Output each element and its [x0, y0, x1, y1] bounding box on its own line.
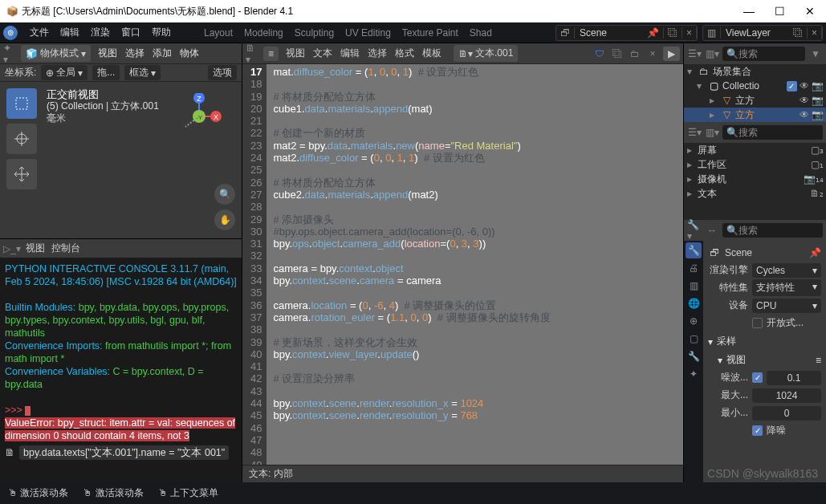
pin-icon[interactable]: 📌: [643, 27, 664, 39]
text-toggle[interactable]: ≡: [263, 47, 279, 61]
vp-menu-选择[interactable]: 选择: [121, 45, 149, 62]
window-minimize-icon[interactable]: —: [739, 5, 759, 18]
viewlayer-selector[interactable]: ▥ ViewLayer ⿻ ×: [702, 25, 823, 41]
properties-tabs[interactable]: 🔧 🖨 ▥ 🌐 ⊕ ▢ 🔧 ✦: [684, 241, 703, 482]
tab-scene: 🌐: [686, 295, 702, 311]
viewport-panel[interactable]: ▾ 视图≡: [708, 351, 821, 369]
text-file-icon[interactable]: 🗎: [5, 446, 15, 459]
pin-icon[interactable]: 📌: [809, 247, 821, 258]
close-icon[interactable]: ×: [645, 47, 660, 61]
pan-icon[interactable]: ✋: [214, 209, 235, 230]
tab-Modeling[interactable]: Modeling: [244, 27, 283, 39]
device-selector[interactable]: CPU▾: [752, 299, 821, 313]
svg-text:-Y: -Y: [196, 114, 203, 121]
con-menu-视图[interactable]: 视图: [26, 242, 45, 255]
outliner-header: ☰▾ ▥▾ 🔍 搜索 ▼: [684, 43, 826, 64]
properties-search[interactable]: 🔍 搜索: [722, 223, 823, 238]
view-title: 正交前视图: [47, 88, 159, 100]
menu-文件[interactable]: 文件: [24, 23, 55, 42]
sampling-panel[interactable]: ▾ 采样: [708, 332, 821, 351]
shield-icon[interactable]: 🛡: [592, 47, 607, 61]
menu-渲染[interactable]: 渲染: [85, 23, 116, 42]
editor-type-icon[interactable]: ▷_▾: [5, 242, 19, 256]
select-tool[interactable]: [6, 88, 37, 119]
te-menu-编辑[interactable]: 编辑: [336, 45, 364, 62]
menu-编辑[interactable]: 编辑: [55, 23, 85, 42]
min-samples[interactable]: 0: [752, 406, 821, 421]
menu-窗口[interactable]: 窗口: [116, 23, 146, 42]
orientation-selector[interactable]: ⊕ 全局 ▾: [41, 65, 87, 80]
options-selector[interactable]: 选项: [208, 65, 237, 80]
render-properties: 🗗Scene📌 渲染引擎Cycles▾ 特性集支持特性▾ 设备CPU▾ 开放式.…: [703, 241, 826, 482]
noise-value[interactable]: 0.1: [767, 371, 821, 385]
te-menu-选择[interactable]: 选择: [364, 45, 391, 62]
feature-set-selector[interactable]: 支持特性▾: [752, 279, 821, 296]
text-editor-header: 🗎 ▾ ≡ 视图文本编辑选择格式模板 🗎▾ 文本.001 🛡 ⿻ 🗀 × ▶: [242, 43, 683, 64]
tab-viewlayer: ▥: [686, 278, 702, 294]
close-icon[interactable]: ×: [682, 27, 697, 39]
editor-type-icon[interactable]: ☰▾: [687, 125, 702, 140]
text-datablock[interactable]: 🗎▾ 文本.001: [454, 45, 518, 62]
console-error: ValueError: bpy_struct: item.attr = val:…: [5, 417, 235, 441]
copy-icon[interactable]: ⿻: [789, 27, 808, 39]
con-menu-控制台[interactable]: 控制台: [51, 242, 80, 255]
outliner-search[interactable]: 🔍 搜索: [722, 47, 805, 61]
svg-text:Z: Z: [197, 95, 201, 103]
svg-point-13: [195, 129, 203, 137]
menu-帮助[interactable]: 帮助: [146, 23, 177, 42]
outliner-tree[interactable]: ▾🗀场景集合 ▾▢Collectio✓👁 📷 ▸▽立方👁 📷 ▸▽立方👁 📷: [684, 64, 826, 122]
te-menu-模板[interactable]: 模板: [418, 45, 446, 62]
python-console[interactable]: PYTHON INTERACTIVE CONSOLE 3.11.7 (main,…: [0, 258, 242, 482]
text-editor-area[interactable]: 1718192021222324252627282930313233343536…: [242, 64, 683, 465]
tab-Sculpting[interactable]: Sculpting: [295, 27, 334, 39]
mode-selector[interactable]: 🧊 物体模式 ▾: [21, 45, 91, 62]
vp-menu-添加[interactable]: 添加: [149, 45, 176, 62]
display-mode-icon[interactable]: ▥▾: [705, 47, 719, 61]
window-maximize-icon[interactable]: ☐: [770, 5, 789, 18]
editor-type-icon[interactable]: 🔧▾: [687, 223, 702, 238]
blender-logo-icon[interactable]: ⊚: [3, 26, 18, 40]
te-menu-视图[interactable]: 视图: [282, 45, 309, 62]
vp-menu-视图[interactable]: 视图: [94, 45, 121, 62]
box-selector[interactable]: 框选 ▾: [124, 65, 161, 80]
svg-rect-0: [16, 98, 27, 109]
outliner-search-2[interactable]: 🔍 搜索: [722, 125, 823, 140]
axis-widget-icon[interactable]: Z X -Y: [176, 93, 222, 140]
window-title: 无标题 [C:\Users\Admin\Documents\无标题.blend]…: [22, 5, 293, 18]
noise-checkbox[interactable]: ✓: [752, 372, 763, 383]
console-banner: PYTHON INTERACTIVE CONSOLE 3.11.7 (main,…: [5, 262, 237, 288]
te-menu-文本[interactable]: 文本: [309, 45, 336, 62]
tab-render[interactable]: 🔧: [686, 242, 702, 258]
copy-icon[interactable]: ⿻: [610, 47, 625, 61]
window-close-icon[interactable]: ✕: [800, 5, 820, 18]
run-script-button[interactable]: ▶: [663, 47, 680, 61]
svg-point-14: [180, 112, 188, 120]
close-icon[interactable]: ×: [808, 27, 822, 39]
drag-selector[interactable]: 拖...: [92, 65, 120, 80]
copy-icon[interactable]: ⿻: [664, 27, 682, 39]
folder-icon[interactable]: 🗀: [628, 47, 642, 61]
editor-type-icon[interactable]: 🗎 ▾: [246, 47, 260, 61]
scene-selector[interactable]: 🗗 Scene 📌 ⿻ ×: [555, 25, 698, 41]
tab-UV Editing[interactable]: UV Editing: [345, 27, 391, 39]
zoom-icon[interactable]: 🔍: [214, 184, 235, 205]
display-mode-icon[interactable]: ▥▾: [705, 125, 719, 140]
tab-Shad[interactable]: Shad: [470, 27, 492, 39]
tab-object: ▢: [686, 331, 702, 347]
tab-Layout[interactable]: Layout: [204, 27, 233, 39]
data-api-tree[interactable]: ▸屏幕▢₃ ▸工作区▢₁ ▸摄像机📷₁₄ ▸文本🗎₂: [684, 143, 826, 220]
tab-Texture Paint[interactable]: Texture Paint: [402, 27, 458, 39]
te-menu-格式[interactable]: 格式: [391, 45, 418, 62]
denoise-checkbox[interactable]: ✓: [752, 425, 763, 436]
vp-menu-物体[interactable]: 物体: [176, 45, 203, 62]
cursor-tool[interactable]: [6, 124, 37, 154]
editor-type-icon[interactable]: ✦ ▾: [3, 47, 18, 61]
filter-icon[interactable]: ▼: [808, 47, 823, 61]
text-editor-footer: 文本: 内部: [242, 465, 683, 482]
move-tool[interactable]: [6, 159, 37, 189]
3d-viewport[interactable]: 正交前视图 (5) Collection | 立方体.001 毫米 Z X -Y…: [0, 82, 242, 238]
editor-type-icon[interactable]: ☰▾: [687, 47, 702, 61]
osl-checkbox[interactable]: [752, 318, 763, 328]
max-samples[interactable]: 1024: [752, 388, 821, 403]
render-engine-selector[interactable]: Cycles▾: [752, 263, 821, 278]
